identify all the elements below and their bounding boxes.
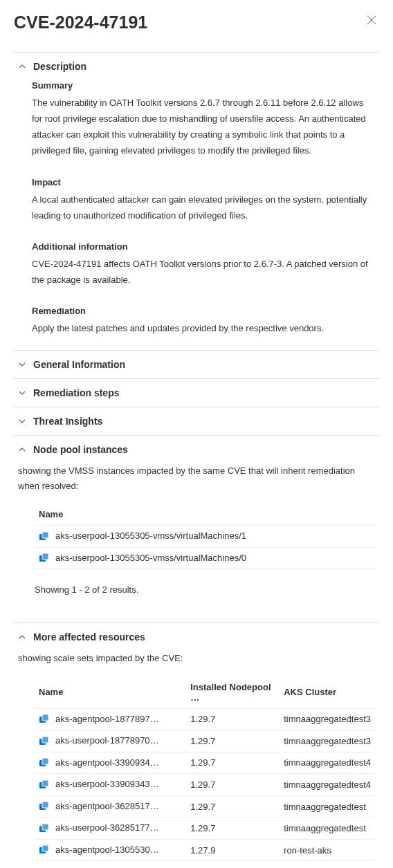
table-row[interactable]: aks-agentpool-3628517…1.29.7timnaaggrega… [35,795,375,818]
vmss-icon [39,823,50,834]
resource-name: aks-userpool-36285177… [55,822,159,833]
section-toggle-description[interactable]: Description [14,53,379,80]
resource-version: 1.29.7 [186,818,280,840]
resource-cluster: timnaaggregatedtest4 [280,774,375,796]
resource-version: 1.29.7 [186,752,280,774]
svg-rect-3 [42,553,48,560]
table-row[interactable]: aks-agentpool-1305530…1.27.9ron-test-aks [35,839,375,861]
resource-version: 1.29.7 [186,708,280,730]
section-toggle-general-info[interactable]: General Information [14,351,379,378]
resource-cluster: timnaaggregatedtest3 [280,708,375,730]
affected-col-version[interactable]: Installed Nodepool … [186,676,280,709]
affected-col-name[interactable]: Name [35,676,186,709]
resource-name: aks-agentpool-1877897… [55,714,159,724]
resource-cluster: timnaaggregatedtest [280,795,375,818]
table-row[interactable]: aks-userpool-18778970…1.29.7timnaaggrega… [35,730,375,752]
svg-rect-17 [42,845,48,851]
svg-rect-1 [42,532,48,538]
table-row[interactable]: aks-agentpool-3390934…1.29.7timnaaggrega… [35,752,375,774]
resource-version: 1.29.7 [186,774,280,796]
svg-rect-7 [42,737,48,743]
section-title-description: Description [33,61,86,72]
section-toggle-node-pool[interactable]: Node pool instances [14,436,379,463]
svg-rect-13 [42,802,48,808]
vmss-icon [39,714,50,725]
node-pool-intro: showing the VMSS instances impacted by t… [14,463,379,504]
vmss-icon [39,844,50,856]
vmss-icon [39,553,50,564]
vmss-icon [39,801,50,812]
impact-label: Impact [32,177,375,187]
chevron-down-icon [18,418,26,425]
section-title-remediation-steps: Remediation steps [33,387,119,398]
section-title-general-info: General Information [33,359,125,370]
resource-cluster: timnaaggregatedtest4 [280,752,375,774]
more-affected-intro: showing scale sets impacted by the CVE: [14,651,379,676]
svg-rect-5 [42,714,48,721]
chevron-down-icon [18,389,26,396]
section-toggle-threat-insights[interactable]: Threat Insights [14,407,379,435]
svg-rect-11 [42,780,48,786]
chevron-down-icon [18,361,26,368]
affected-table: Name Installed Nodepool … AKS Cluster ak… [35,676,375,862]
table-row[interactable]: aks-userpool-13055305-vmss/virtualMachin… [35,526,375,548]
resource-name: aks-userpool-18778970… [55,735,159,746]
chevron-up-icon [18,446,26,453]
chevron-up-icon [18,63,26,70]
remediation-text: Apply the latest patches and updates pro… [32,320,375,336]
resource-name: aks-userpool-33909343… [55,779,159,789]
close-button[interactable] [364,12,379,29]
resource-version: 1.27.9 [186,839,280,861]
resource-name: aks-userpool-13055305-vmss/virtualMachin… [55,530,246,541]
vmss-icon [39,757,50,768]
resource-cluster: ron-test-aks [280,839,375,861]
page-title: CVE-2024-47191 [14,12,147,33]
table-row[interactable]: aks-userpool-36285177…1.29.7timnaaggrega… [35,818,375,840]
vmss-icon [39,531,50,542]
resource-name: aks-userpool-13055305-vmss/virtualMachin… [55,553,246,563]
summary-text: The vulnerability in OATH Toolkit versio… [32,95,375,159]
resource-cluster: timnaaggregatedtest [280,818,375,840]
impact-text: A local authenticated attacker can gain … [32,192,375,223]
node-pool-col-name[interactable]: Name [35,504,375,526]
additional-info-text: CVE-2024-47191 affects OATH Toolkit vers… [32,256,375,288]
remediation-label: Remediation [32,306,375,316]
table-row[interactable]: aks-agentpool-1877897…1.29.7timnaaggrega… [35,708,375,730]
section-title-threat-insights: Threat Insights [33,416,102,427]
affected-col-cluster[interactable]: AKS Cluster [280,676,375,709]
resource-version: 1.29.7 [186,795,280,818]
chevron-up-icon [18,634,26,640]
node-pool-table: Name aks-userpool-13055305-vmss/virtualM… [35,504,375,569]
additional-info-label: Additional information [32,241,375,252]
section-toggle-more-affected[interactable]: More affected resources [14,623,379,651]
svg-rect-9 [42,758,48,764]
summary-label: Summary [32,80,375,91]
resource-name: aks-agentpool-3390934… [55,757,159,768]
section-title-more-affected: More affected resources [33,631,145,643]
table-row[interactable]: aks-userpool-33909343…1.29.7timnaaggrega… [35,774,375,796]
table-row[interactable]: aks-userpool-13055305-vmss/virtualMachin… [35,547,375,569]
close-icon [367,15,376,25]
section-title-node-pool: Node pool instances [33,444,128,455]
vmss-icon [39,736,50,747]
vmss-icon [39,779,50,791]
resource-cluster: timnaaggregatedtest3 [280,730,375,752]
section-toggle-remediation-steps[interactable]: Remediation steps [14,379,379,407]
resource-version: 1.29.7 [186,730,280,752]
svg-rect-15 [42,824,48,830]
node-pool-showing: Showing 1 - 2 of 2 results. [14,575,379,610]
resource-name: aks-agentpool-1305530… [55,844,159,855]
resource-name: aks-agentpool-3628517… [55,801,159,811]
